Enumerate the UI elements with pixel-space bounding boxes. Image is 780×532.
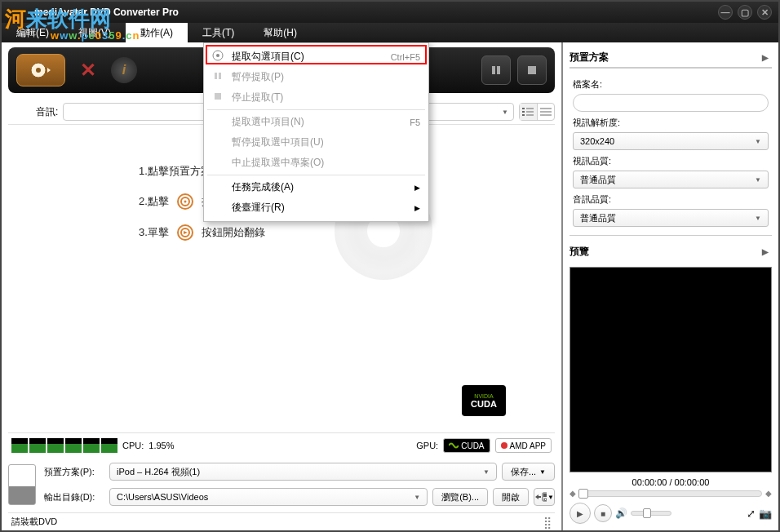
menu-item-pause[interactable]: 暫停提取(P)	[204, 67, 428, 87]
menu-tools[interactable]: 工具(T)	[188, 23, 249, 42]
status-text: 請裝載DVD	[11, 516, 57, 528]
video-quality-select[interactable]: 普通品質▼	[573, 171, 769, 188]
menu-item-stop[interactable]: 停止提取(T)	[204, 87, 428, 108]
svg-point-24	[544, 499, 547, 501]
resolution-label: 視訊解析度:	[573, 117, 769, 129]
disc-icon	[29, 59, 52, 82]
cuda-badge: NVIDIA CUDA	[462, 385, 506, 416]
preview-header[interactable]: 預覽▶	[569, 241, 772, 262]
audio-quality-select[interactable]: 普通品質▼	[573, 209, 769, 227]
chevron-down-icon: ▼	[755, 215, 761, 222]
preview-stop-button[interactable]: ■	[594, 504, 612, 522]
status-bar: 請裝載DVD ⣿	[8, 512, 555, 530]
svg-rect-3	[219, 73, 221, 79]
maximize-button[interactable]: ▢	[738, 5, 752, 20]
audio-label: 音訊:	[36, 105, 58, 119]
menu-item-extract-selected[interactable]: 提取選中項目(N)F5	[204, 112, 428, 132]
resolution-select[interactable]: 320x240▼	[573, 132, 769, 150]
menu-help[interactable]: 幫助(H)	[249, 23, 312, 42]
video-quality-label: 視訊品質:	[573, 155, 769, 167]
save-preset-button[interactable]: 保存...▼	[502, 463, 555, 481]
preview-viewport	[569, 267, 772, 472]
svg-rect-11	[522, 111, 525, 113]
disc-icon	[177, 193, 193, 210]
output-path[interactable]: C:\Users\ASUS\Videos▼	[109, 488, 428, 506]
filename-input[interactable]	[573, 94, 769, 112]
resize-grip[interactable]: ⣿	[543, 516, 552, 529]
gpu-label: GPU:	[416, 441, 438, 450]
device-transfer-button[interactable]: ▼	[534, 488, 555, 506]
stop-button[interactable]	[517, 55, 547, 85]
svg-rect-10	[522, 108, 525, 109]
browse-button[interactable]: 瀏覽(B)...	[432, 488, 488, 506]
svg-rect-7	[492, 66, 495, 74]
remove-button[interactable]: ✕	[72, 54, 104, 86]
chevron-right-icon: ▶	[759, 53, 772, 62]
cpu-gpu-info: CPU: 1.95% GPU: CUDA AMD APP	[8, 433, 555, 458]
preset-select[interactable]: iPod – H.264 視頻(1)▼	[109, 463, 497, 481]
volume-slider[interactable]	[631, 511, 671, 516]
cpu-value: 1.95%	[148, 441, 174, 450]
amd-button[interactable]: AMD APP	[495, 438, 552, 453]
disc-icon	[212, 50, 224, 61]
cpu-graph	[11, 438, 117, 453]
mark-in-icon[interactable]: ◆	[569, 489, 576, 498]
scrub-track[interactable]	[579, 490, 762, 497]
mark-out-icon[interactable]: ◆	[765, 489, 772, 498]
svg-rect-2	[215, 73, 217, 79]
svg-point-6	[36, 68, 41, 73]
list-view-icon[interactable]	[520, 104, 538, 120]
chevron-down-icon: ▼	[483, 468, 490, 476]
action-menu-dropdown: 提取勾選項目(C)Ctrl+F5 暫停提取(P) 停止提取(T) 提取選中項目(…	[203, 42, 429, 222]
nvidia-icon	[449, 441, 459, 450]
convert-icon	[177, 224, 193, 241]
svg-point-20	[184, 201, 186, 203]
chevron-right-icon: ▶	[759, 247, 772, 256]
svg-rect-8	[497, 66, 500, 74]
snapshot-button[interactable]: ⤢	[747, 508, 756, 520]
menu-separator	[207, 109, 425, 110]
pause-icon	[212, 70, 224, 82]
pause-button[interactable]	[481, 55, 511, 85]
svg-rect-9	[528, 66, 536, 74]
scrub-knob[interactable]	[578, 489, 588, 499]
play-button[interactable]: ▶	[569, 503, 591, 524]
time-display: 00:00:00 / 00:00:00	[569, 477, 772, 487]
menu-item-abort-selected[interactable]: 中止提取選中專案(O)	[204, 153, 428, 173]
detail-view-icon[interactable]	[538, 104, 555, 120]
device-thumbnail	[8, 464, 36, 505]
preset-label: 預置方案(P):	[44, 466, 104, 478]
menu-item-run-background[interactable]: 後臺運行(R)▶	[204, 197, 428, 218]
close-button[interactable]: ✕	[757, 5, 772, 20]
cpu-label: CPU:	[122, 441, 144, 450]
output-label: 輸出目錄(D):	[44, 491, 104, 503]
camera-button[interactable]: 📷	[759, 508, 772, 520]
menu-separator	[207, 175, 425, 175]
preset-panel-header[interactable]: 預置方案▶	[569, 47, 772, 69]
title-bar: mediAvatar DVD Converter Pro — ▢ ✕	[2, 2, 778, 23]
view-toggle[interactable]	[519, 103, 555, 121]
menu-item-extract-checked[interactable]: 提取勾選項目(C)Ctrl+F5	[204, 47, 428, 67]
stop-icon	[212, 91, 224, 102]
preset-form: 檔案名: 視訊解析度: 320x240▼ 視訊品質: 普通品質▼ 音訊品質: 普…	[569, 69, 772, 236]
chevron-down-icon: ▼	[755, 138, 761, 145]
info-button[interactable]: i	[111, 57, 137, 83]
amd-icon	[501, 442, 507, 449]
menu-item-after-task[interactable]: 任務完成後(A)▶	[204, 177, 428, 197]
svg-point-1	[216, 54, 219, 57]
cuda-button[interactable]: CUDA	[443, 438, 490, 453]
chevron-down-icon: ▼	[755, 176, 761, 184]
svg-rect-12	[522, 114, 525, 116]
device-icon	[534, 491, 547, 503]
chevron-down-icon: ▼	[414, 494, 420, 501]
filename-label: 檔案名:	[573, 78, 769, 91]
minimize-button[interactable]: —	[718, 5, 733, 20]
menu-item-pause-selected[interactable]: 暫停提取選中項目(U)	[204, 132, 428, 153]
volume-knob[interactable]	[643, 508, 651, 518]
open-button[interactable]: 開啟	[493, 488, 529, 506]
load-dvd-button[interactable]	[16, 54, 65, 86]
watermark-url: www.pc0359.cn	[51, 29, 140, 42]
volume-icon[interactable]: 🔊	[615, 508, 627, 519]
chevron-down-icon: ▼	[502, 109, 508, 116]
svg-rect-23	[543, 494, 547, 497]
